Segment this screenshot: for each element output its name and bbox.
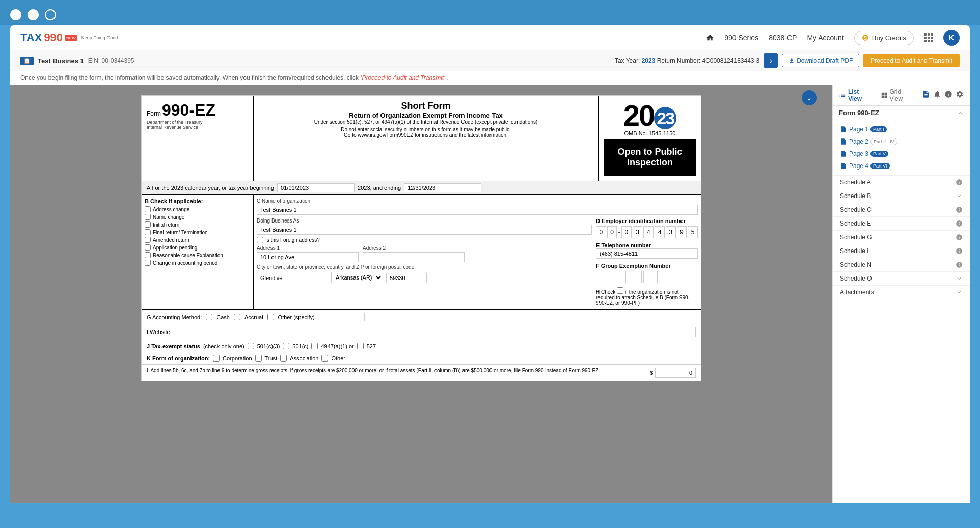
other-org-label: Other — [331, 355, 345, 362]
ein-dash: - — [618, 228, 620, 236]
schedule-l-item[interactable]: Schedule L — [833, 244, 970, 258]
window-chrome — [0, 0, 980, 25]
association-checkbox[interactable] — [280, 355, 287, 362]
status-4947-checkbox[interactable] — [311, 343, 318, 349]
page-3-item[interactable]: Page 3 Part V — [833, 148, 970, 160]
account-nav-btn[interactable]: My Account — [807, 34, 843, 42]
navigate-arrow-button[interactable]: › — [764, 53, 778, 68]
amended-checkbox[interactable] — [145, 237, 151, 243]
schedule-n-item[interactable]: Schedule N — [833, 258, 970, 271]
foreign-address-row: Is this Foreign address? — [257, 237, 592, 243]
reasonable-cause-checkbox[interactable] — [145, 252, 151, 258]
cp-nav-btn[interactable]: 8038-CP — [769, 34, 797, 42]
download-draft-button[interactable]: Download Draft PDF — [782, 54, 859, 67]
info-bar: Once you begin filing the form, the info… — [10, 71, 970, 85]
address2-input[interactable] — [363, 252, 465, 262]
omb-number: OMB No. 1545-1150 — [604, 130, 696, 136]
group-box-4 — [643, 271, 658, 283]
close-dot[interactable] — [10, 9, 21, 20]
view-toggle-row: List View Grid View — [833, 85, 970, 106]
schedule-o-label: Schedule O — [840, 275, 872, 282]
page-4-item[interactable]: Page 4 Part VI — [833, 160, 970, 172]
list-view-button[interactable]: List View — [839, 88, 875, 102]
no-ssn: Do not enter social security numbers on … — [259, 127, 593, 132]
line-l-value-input[interactable] — [655, 368, 696, 378]
tax-year-value: 2023 — [642, 57, 656, 64]
return-number: 4C0008124183443-3 — [702, 57, 759, 64]
state-select[interactable]: Arkansas (AR) — [331, 272, 383, 283]
status-501c-checkbox[interactable] — [283, 343, 289, 349]
info-circle-icon[interactable] — [944, 90, 952, 100]
h-checkbox[interactable] — [617, 287, 623, 294]
city-input[interactable] — [257, 273, 328, 283]
name-change-checkbox[interactable] — [145, 214, 151, 220]
phone-input[interactable] — [596, 248, 698, 259]
chevron-up-button[interactable]: ⌄ — [802, 90, 817, 105]
corp-checkbox[interactable] — [213, 355, 220, 362]
accrual-checkbox[interactable] — [234, 314, 240, 320]
file-icon[interactable] — [922, 90, 930, 100]
form-org-label: K Form of organization: — [147, 355, 210, 362]
proceed-audit-button[interactable]: Proceed to Audit and Transmit — [863, 54, 960, 67]
accounting-change-checkbox[interactable] — [145, 260, 151, 266]
page-1-item[interactable]: Page 1 Part I — [833, 123, 970, 135]
org-name-input[interactable] — [257, 205, 698, 215]
series-nav-btn[interactable]: 990 Series — [724, 34, 758, 42]
logo-tax: TAX — [20, 31, 42, 44]
form-selector-chevron[interactable] — [957, 109, 964, 117]
sidebar-tool-icons — [922, 90, 964, 100]
foreign-address-checkbox[interactable] — [257, 237, 263, 243]
other-specify-input[interactable] — [319, 313, 365, 321]
minimize-dot[interactable] — [28, 9, 39, 20]
initial-return-checkbox[interactable] — [145, 221, 151, 228]
schedule-b-item[interactable]: Schedule B — [833, 189, 970, 203]
top-nav: TAX990NEW Keep Doing Good 990 Series 803… — [10, 25, 970, 50]
gear-icon[interactable] — [956, 90, 964, 100]
ein-digit-2: 0 — [607, 226, 617, 238]
pages-section: Page 1 Part I Page 2 Part II - IV Page 3… — [833, 120, 970, 175]
status-501c3-checkbox[interactable] — [248, 343, 254, 349]
address1-input[interactable] — [257, 252, 359, 262]
apps-grid-icon[interactable] — [924, 33, 933, 42]
attachments-item[interactable]: Attachments — [833, 285, 970, 299]
cash-checkbox[interactable] — [206, 314, 212, 320]
corp-label: Corporation — [223, 355, 252, 362]
user-avatar-button[interactable]: K — [943, 30, 960, 46]
start-date-input[interactable] — [277, 183, 355, 192]
schedule-g-item[interactable]: Schedule G — [833, 230, 970, 244]
form-row-a: A For the 2023 calendar year, or tax yea… — [142, 181, 701, 195]
app-pending-checkbox[interactable] — [145, 244, 151, 251]
home-nav-btn[interactable] — [706, 34, 714, 42]
page-1-icon — [840, 126, 847, 133]
schedule-e-item[interactable]: Schedule E — [833, 216, 970, 230]
section-d: D Employer identification number 0 0 - 0… — [596, 218, 698, 238]
bell-icon[interactable] — [933, 90, 941, 100]
status-527-checkbox[interactable] — [357, 343, 364, 349]
foreign-address-label: Is this Foreign address? — [265, 237, 320, 243]
buy-credits-button[interactable]: Buy Credits — [854, 31, 914, 45]
accrual-label: Accrual — [244, 314, 263, 320]
logo-new-tag: NEW — [65, 35, 77, 41]
maximize-dot[interactable] — [45, 9, 56, 20]
schedule-c-item[interactable]: Schedule C — [833, 203, 970, 216]
trust-checkbox[interactable] — [255, 355, 262, 362]
other-org-checkbox[interactable] — [321, 355, 328, 362]
grid-view-button[interactable]: Grid View — [881, 88, 916, 102]
main-layout: ⌄ Form 990-EZ Department of the Treasury… — [10, 85, 970, 503]
tax-status-label: J Tax-exempt status — [147, 343, 200, 349]
end-date-input[interactable] — [404, 183, 481, 192]
line-l-amount: $ — [650, 368, 696, 378]
schedule-o-item[interactable]: Schedule O — [833, 271, 970, 285]
website-input[interactable] — [176, 327, 696, 337]
year-circle: 23 — [654, 107, 676, 129]
dba-input[interactable] — [257, 225, 592, 235]
schedule-c-label: Schedule C — [840, 206, 872, 213]
page-2-item[interactable]: Page 2 Part II - IV — [833, 135, 970, 148]
other-checkbox[interactable] — [267, 314, 274, 320]
zip-input[interactable] — [386, 273, 427, 283]
schedule-a-item[interactable]: Schedule A — [833, 175, 970, 189]
address-change-checkbox[interactable] — [145, 206, 151, 212]
section-d-title: D Employer identification number — [596, 218, 698, 224]
final-return-checkbox[interactable] — [145, 229, 151, 235]
download-icon — [788, 58, 795, 64]
